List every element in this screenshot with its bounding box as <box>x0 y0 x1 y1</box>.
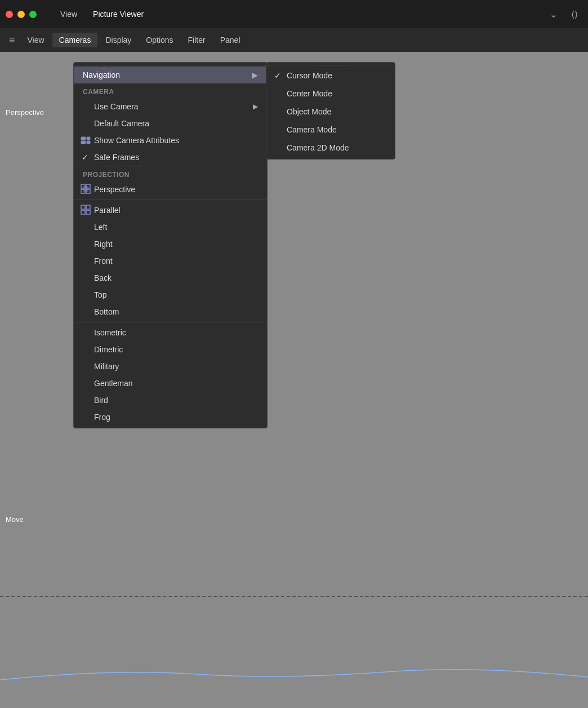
bird-item[interactable]: Bird <box>74 392 267 409</box>
safe-frames-item[interactable]: ✓ Safe Frames <box>74 149 267 166</box>
use-camera-item[interactable]: Use Camera ▶ <box>74 98 267 115</box>
camera-2d-mode-label: Camera 2D Mode <box>287 143 349 152</box>
default-camera-label: Default Camera <box>94 119 149 128</box>
hamburger-icon[interactable]: ≡ <box>5 32 20 48</box>
navigation-label: Navigation <box>83 70 120 79</box>
right-item[interactable]: Right <box>74 236 267 253</box>
parallel-icon <box>81 205 91 216</box>
menu-view[interactable]: View <box>21 33 51 47</box>
camera-attrs-icon <box>81 136 91 144</box>
maximize-button[interactable] <box>29 11 37 18</box>
default-camera-item[interactable]: Default Camera <box>74 115 267 132</box>
svg-rect-0 <box>81 137 86 140</box>
military-item[interactable]: Military <box>74 358 267 375</box>
dimetric-label: Dimetric <box>94 345 123 354</box>
dimetric-item[interactable]: Dimetric <box>74 341 267 358</box>
minimize-button[interactable] <box>17 11 25 18</box>
top-label: Top <box>94 290 107 299</box>
back-item[interactable]: Back <box>74 269 267 286</box>
center-mode-item[interactable]: Center Mode <box>266 85 395 103</box>
military-label: Military <box>94 362 119 371</box>
perspective-label: Perspective <box>94 185 135 194</box>
camera-2d-mode-item[interactable]: Camera 2D Mode <box>266 139 395 157</box>
titlebar-icon-btn-2[interactable]: ⟨⟩ <box>567 6 582 22</box>
top-item[interactable]: Top <box>74 286 267 303</box>
show-camera-attrs-label: Show Camera Attributes <box>94 136 179 145</box>
isometric-item[interactable]: Isometric <box>74 324 267 341</box>
cursor-mode-label: Cursor Mode <box>287 71 332 80</box>
safe-frames-label: Safe Frames <box>94 153 139 162</box>
menu-display[interactable]: Display <box>99 33 138 47</box>
parallel-item[interactable]: Parallel <box>74 202 267 219</box>
titlebar-icon-btn-1[interactable]: ⌄ <box>545 6 561 22</box>
bird-label: Bird <box>94 396 108 405</box>
perspective-label: Perspective <box>6 108 44 117</box>
bottom-label: Bottom <box>94 307 119 316</box>
left-item[interactable]: Left <box>74 219 267 236</box>
safe-frames-check: ✓ <box>82 153 88 162</box>
menu-cameras[interactable]: Cameras <box>52 33 98 47</box>
svg-rect-2 <box>87 137 90 140</box>
title-bar-left: View Picture Viewer <box>6 6 152 22</box>
center-mode-label: Center Mode <box>287 89 332 98</box>
tab-picture-viewer[interactable]: Picture Viewer <box>85 6 152 22</box>
cursor-mode-check: ✓ <box>274 71 281 80</box>
title-tabs: View Picture Viewer <box>52 6 152 22</box>
svg-rect-10 <box>86 205 90 209</box>
back-label: Back <box>94 273 112 282</box>
frog-item[interactable]: Frog <box>74 409 267 426</box>
projection-section-header: PROJECTION <box>74 166 267 181</box>
frog-label: Frog <box>94 413 110 422</box>
svg-rect-8 <box>83 186 88 192</box>
cursor-mode-item[interactable]: ✓ Cursor Mode <box>266 67 395 85</box>
perspective-item[interactable]: Perspective <box>74 181 267 198</box>
front-item[interactable]: Front <box>74 253 267 269</box>
use-camera-arrow: ▶ <box>253 103 258 110</box>
object-mode-item[interactable]: Object Mode <box>266 103 395 121</box>
use-camera-label: Use Camera <box>94 102 139 111</box>
camera-section-header: CAMERA <box>74 83 267 98</box>
perspective-icon <box>81 184 91 196</box>
gentleman-label: Gentleman <box>94 379 132 388</box>
show-camera-attributes-item[interactable]: Show Camera Attributes <box>74 132 267 149</box>
menu-bar: ≡ View Cameras Display Options Filter Pa… <box>0 28 588 52</box>
camera-mode-label: Camera Mode <box>287 125 337 134</box>
isometric-label: Isometric <box>94 328 126 337</box>
menu-panel[interactable]: Panel <box>213 33 247 47</box>
svg-rect-1 <box>81 141 86 144</box>
dashed-horizon-line <box>0 596 588 597</box>
svg-rect-11 <box>81 210 85 214</box>
front-label: Front <box>94 256 113 266</box>
title-bar: View Picture Viewer ⌄ ⟨⟩ <box>0 0 588 28</box>
navigation-arrow: ▶ <box>252 70 258 79</box>
navigation-submenu: ✓ Cursor Mode Center Mode Object Mode Ca… <box>266 62 395 160</box>
tab-view[interactable]: View <box>52 6 85 22</box>
bottom-item[interactable]: Bottom <box>74 303 267 320</box>
menu-filter[interactable]: Filter <box>181 33 212 47</box>
svg-rect-3 <box>87 141 90 144</box>
gentleman-item[interactable]: Gentleman <box>74 375 267 392</box>
menu-options[interactable]: Options <box>139 33 180 47</box>
move-label: Move <box>6 515 24 524</box>
navigation-item[interactable]: Navigation ▶ <box>74 67 267 83</box>
left-label: Left <box>94 223 107 232</box>
cameras-dropdown: Navigation ▶ CAMERA Use Camera ▶ Default… <box>73 62 268 428</box>
parallel-label: Parallel <box>94 206 121 215</box>
object-mode-label: Object Mode <box>287 107 331 116</box>
curve-svg <box>0 623 588 691</box>
title-bar-right: ⌄ ⟨⟩ <box>545 6 582 22</box>
camera-mode-item[interactable]: Camera Mode <box>266 121 395 139</box>
svg-rect-9 <box>81 205 85 209</box>
svg-rect-12 <box>86 210 90 214</box>
close-button[interactable] <box>6 11 13 18</box>
right-label: Right <box>94 240 113 249</box>
